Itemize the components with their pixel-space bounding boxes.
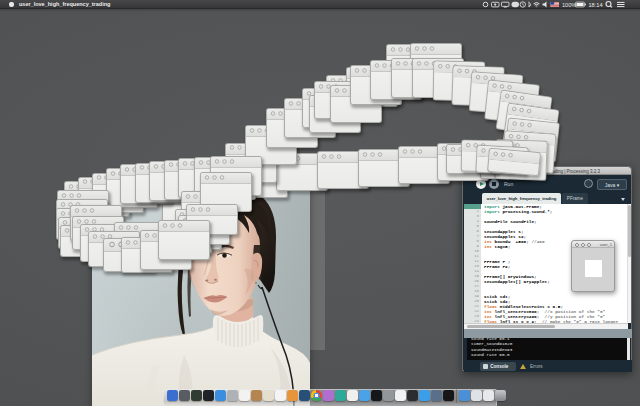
svg-text:18:14: 18:14 (589, 2, 603, 8)
svg-text:100%: 100% (562, 2, 576, 8)
